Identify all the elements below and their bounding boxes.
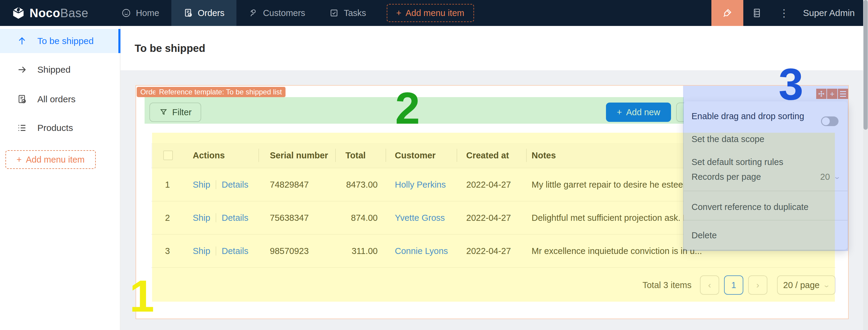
select-all-checkbox[interactable] [163, 150, 173, 160]
sidebar-item-products[interactable]: Products [0, 116, 121, 140]
customer-link[interactable]: Yvette Gross [395, 213, 445, 223]
page-1-button[interactable]: 1 [724, 275, 743, 295]
col-header-actions: Actions [184, 143, 258, 168]
page-scrollbar [863, 0, 868, 330]
nav-item-home[interactable]: Home [109, 0, 171, 26]
ship-link[interactable]: Ship [193, 180, 210, 190]
logo-noco: Noco [30, 6, 60, 20]
pagination-total: Total 3 items [643, 280, 691, 290]
created-at-cell: 2022-04-27 [457, 168, 526, 201]
prev-page-button[interactable]: ‹ [700, 275, 719, 295]
total-cell: 874.00 [335, 201, 385, 234]
sidebar-item-all-orders[interactable]: All orders [0, 87, 121, 111]
ui-editor-icon [722, 7, 733, 19]
chevron-right-icon: › [756, 280, 759, 290]
block-settings-menu: Enable drag and drop sorting Set the dat… [684, 101, 847, 250]
row-index: 1 [151, 168, 184, 201]
row-index: 2 [151, 201, 184, 234]
page-size-select[interactable]: 20 / page ⌄ [777, 275, 835, 295]
total-cell: 8473.00 [335, 168, 385, 201]
block-settings-button[interactable] [838, 89, 848, 99]
drag-handle[interactable] [816, 89, 827, 99]
nocobase-logo[interactable]: NocoBase [11, 6, 88, 20]
block-designer-actions: + [816, 89, 848, 99]
plus-icon: + [617, 107, 622, 117]
nav-item-label: Customers [263, 8, 305, 18]
serial-cell: 98570923 [258, 235, 335, 267]
collections-icon [752, 8, 762, 18]
menu-item-records-per-page[interactable]: Records per page 20⌄ [684, 167, 847, 186]
more-button[interactable]: ⋮ [770, 0, 798, 26]
ship-link[interactable]: Ship [193, 246, 210, 256]
details-link[interactable]: Details [222, 246, 248, 256]
customer-link[interactable]: Holly Perkins [395, 180, 446, 190]
row-index: 3 [151, 235, 184, 267]
drag-sort-toggle[interactable] [821, 116, 838, 126]
arrow-right-icon [17, 64, 27, 75]
orders-icon [17, 94, 27, 104]
add-block-button[interactable]: + [827, 89, 837, 99]
col-header-customer: Customer [385, 143, 457, 168]
filter-icon [159, 108, 168, 117]
total-cell: 311.00 [335, 235, 385, 267]
nocobase-logo-icon [11, 6, 25, 20]
nav-item-customers[interactable]: Customers [237, 0, 317, 26]
logo-base: Base [60, 6, 88, 20]
col-header-total: Total [335, 143, 385, 168]
created-at-cell: 2022-04-27 [457, 201, 526, 234]
action-divider [216, 213, 216, 222]
orders-icon [183, 8, 193, 18]
menu-item-convert-reference[interactable]: Convert reference to duplicate [684, 197, 847, 217]
filter-button[interactable]: Filter [149, 103, 201, 122]
sidebar: To be shipped Shipped All orders Product… [0, 26, 121, 330]
plus-icon: + [17, 155, 22, 165]
page-header-band [121, 26, 863, 70]
menu-item-enable-sorting[interactable]: Enable drag and drop sorting [684, 107, 847, 126]
menu-item-data-scope[interactable]: Set the data scope [684, 130, 847, 149]
page-title: To be shipped [135, 42, 206, 54]
sidebar-item-shipped[interactable]: Shipped [0, 58, 121, 82]
tasks-icon [329, 8, 339, 18]
chevron-down-icon: ⌄ [833, 173, 841, 181]
scrollbar-thumb[interactable] [864, 0, 868, 130]
collections-button[interactable] [743, 0, 770, 26]
col-header-created-at: Created at [457, 143, 526, 168]
reference-template-tag: Reference template: To be shipped list [155, 87, 285, 97]
menu-divider [684, 220, 847, 220]
nav-item-label: Tasks [344, 8, 366, 18]
home-icon [121, 8, 131, 18]
more-icon: ⋮ [779, 8, 789, 18]
ship-link[interactable]: Ship [193, 213, 210, 223]
sidebar-add-menu-item-button[interactable]: + Add menu item [5, 150, 96, 169]
nav-item-label: Home [136, 8, 159, 18]
add-new-button[interactable]: + Add new [606, 103, 671, 122]
list-icon [17, 123, 27, 133]
chevron-down-icon: ⌄ [823, 281, 831, 289]
user-menu[interactable]: Super Admin [803, 8, 855, 18]
top-navbar: NocoBase Home Orders Customers Tasks + A… [0, 0, 868, 26]
customer-link[interactable]: Connie Lyons [395, 246, 448, 256]
action-divider [216, 246, 216, 255]
action-divider [216, 180, 216, 189]
customers-icon [248, 8, 258, 18]
next-page-button[interactable]: › [748, 275, 767, 295]
serial-cell: 75638347 [258, 201, 335, 234]
col-header-serial: Serial number [258, 143, 335, 168]
arrow-up-icon [17, 36, 27, 46]
chevron-left-icon: ‹ [708, 280, 711, 290]
ui-editor-button[interactable] [711, 0, 743, 26]
navbar-add-menu-item-button[interactable]: + Add menu item [387, 4, 474, 22]
records-per-page-value: 20 [820, 172, 830, 182]
created-at-cell: 2022-04-27 [457, 235, 526, 267]
nav-item-orders[interactable]: Orders [172, 0, 237, 26]
drag-icon [818, 90, 825, 98]
details-link[interactable]: Details [222, 213, 248, 223]
sidebar-item-to-be-shipped[interactable]: To be shipped [0, 29, 121, 53]
menu-icon [840, 91, 846, 97]
menu-divider [684, 191, 847, 191]
menu-item-delete[interactable]: Delete [684, 226, 847, 245]
nav-item-tasks[interactable]: Tasks [317, 0, 378, 26]
details-link[interactable]: Details [222, 180, 248, 190]
add-icon: + [830, 90, 834, 98]
serial-cell: 74829847 [258, 168, 335, 201]
